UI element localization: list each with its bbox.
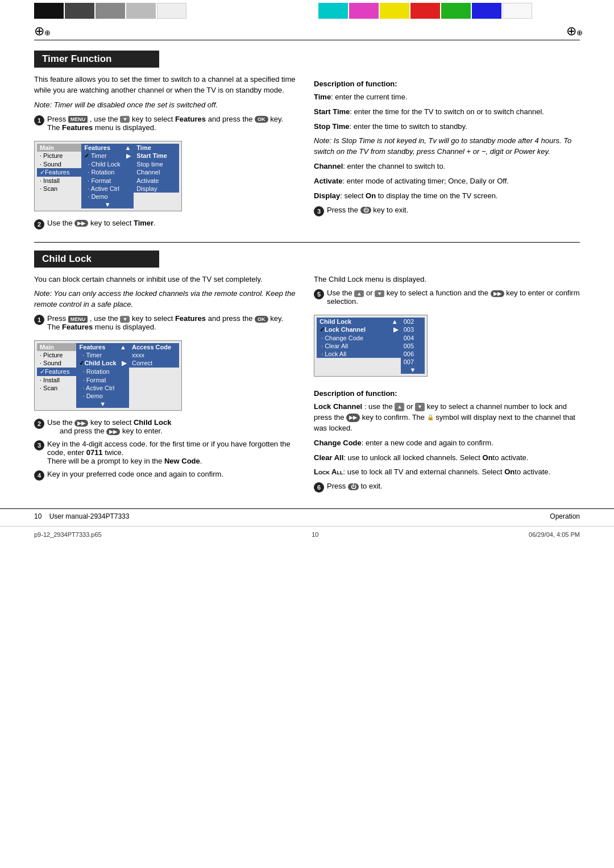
footer-manual: User manual-2934PT7333: [49, 512, 130, 520]
cl-down-arrow-icon: ▼: [120, 316, 130, 323]
cl-step1-keyto: key to select: [132, 314, 175, 323]
cl-lockall-on: On: [504, 468, 515, 476]
timer-step2-dot: .: [154, 219, 156, 227]
cl-down-icon: ▼: [375, 290, 384, 297]
ok-icon: OK: [255, 116, 268, 123]
timer-note: Note: Timer will be disabled once the se…: [34, 100, 300, 111]
timer-stoptime-label: Stop Time: [314, 122, 350, 131]
cl-clearall-on: On: [483, 453, 493, 462]
timer-step2-use: Use the: [47, 219, 73, 227]
cl-menu-icon: MENU: [68, 316, 88, 323]
footer-section: Operation: [550, 512, 580, 520]
cl-sub-down: ▼: [401, 366, 425, 374]
color-swatch-magenta: [349, 3, 379, 19]
color-swatch-gray: [96, 3, 125, 19]
top-bar-right: [307, 0, 614, 22]
timer-step1-key: key.: [270, 115, 283, 123]
timer-step2-timer: Timer: [134, 219, 154, 227]
cl-menu-empty1: [129, 368, 179, 376]
cl-step6-content: Press ⏻ to exit.: [327, 482, 580, 490]
cl-menu-empty6: [37, 400, 76, 408]
cl-menu-rotation: · Rotation: [76, 368, 129, 376]
menu-rotation: · Rotation: [81, 168, 134, 177]
crosshair-left: ⊕: [34, 24, 48, 37]
cl-step3-text: Key in the 4-digit access code. for the …: [47, 440, 291, 457]
footer: 10 User manual-2934PT7333 Operation: [0, 508, 614, 524]
crosshair-right: ⊕: [566, 24, 580, 37]
menu-features-selected: ✓Features: [37, 168, 81, 177]
cl-step2-keyto: key to select: [90, 418, 134, 427]
cl-sub-lockall: · Lock All: [317, 350, 401, 358]
menu-childlock: · Child Lock: [81, 160, 134, 168]
cl-menu-sound: · Sound: [37, 359, 76, 368]
child-lock-col-right: The Child Lock menu is displayed. 5 Use …: [314, 274, 580, 498]
cl-step3-dot: .: [200, 457, 202, 465]
cl-clearall-label: Clear All: [314, 453, 343, 462]
child-lock-col-left: You can block certain channels or inhibi…: [34, 274, 300, 498]
timer-desc-note: Note: Is Stop Time is not keyed in, Tv w…: [314, 136, 580, 157]
timer-step1-andpress: and press the: [208, 115, 255, 123]
timer-intro: This feature allows you to set the timer…: [34, 74, 300, 96]
menu-activectrl: · Active Ctrl: [81, 185, 134, 193]
step2-circle: 2: [34, 219, 44, 229]
cl-menu-childlock-selected: ✓Child Lock ▶: [76, 359, 129, 368]
cl-step2-childlock: Child Lock: [134, 418, 171, 427]
timer-step3-exit: key to exit.: [373, 206, 408, 214]
timer-desc-channel: Channel: enter the channel to switch to.: [314, 161, 580, 172]
color-swatch-white2: [503, 3, 532, 19]
menu-features-header: Features ▲: [81, 144, 134, 152]
menu-icon: MENU: [68, 116, 88, 123]
menu-stoptime: Stop time: [134, 160, 179, 168]
timer-step2: 2 Use the ▶▶ key to select Timer.: [34, 219, 300, 229]
cl-menu-scan: · Scan: [37, 384, 76, 392]
cl-changecode-label: Change Code: [314, 439, 362, 447]
timer-step2-content: Use the ▶▶ key to select Timer.: [47, 219, 300, 227]
timer-activate-label: Activate: [314, 177, 343, 185]
timer-heading: Timer Function: [34, 51, 159, 68]
menu-display: Display: [134, 185, 179, 193]
cl-step4-content: Key in your preferred code once and agai…: [47, 470, 300, 478]
menu-sound: · Sound: [37, 160, 81, 168]
cl-step1-press: Press: [47, 314, 66, 323]
bottom-info: p9-12_2934PT7333.p65 10 06/29/04, 4:05 P…: [0, 526, 614, 542]
cl-desc-heading: Description of function:: [314, 389, 580, 399]
bottom-date: 06/29/04, 4:05 PM: [529, 531, 580, 538]
cl-lc-down: ▼: [415, 403, 425, 411]
cl-step1-the: The: [47, 323, 62, 331]
cl-step1-content: Press MENU , use the ▼ key to select Fea…: [47, 314, 300, 331]
menu-demo: · Demo: [81, 193, 134, 201]
cl-lc-ok: ▶▶: [346, 414, 360, 422]
timer-starttime-label: Start Time: [314, 107, 350, 116]
timer-display-on: On: [366, 191, 376, 200]
cl-ok-icon: OK: [255, 316, 268, 323]
cl-clearall-text: : use to unlock all locked channels. Sel…: [343, 453, 480, 462]
cl-menu-access-header: Access Code: [129, 343, 179, 351]
cl-menu-picture: · Picture: [37, 351, 76, 359]
color-swatch-yellow: [380, 3, 409, 19]
timer-desc-activate: Activate: enter mode of activating timer…: [314, 176, 580, 187]
timer-step3-press: Press the: [327, 206, 358, 214]
cl-step2-enter: key to enter.: [122, 427, 163, 435]
timer-step3-content: Press the ⏻ key to exit.: [327, 206, 580, 214]
cl-desc-changecode: Change Code: enter a new code and again …: [314, 438, 580, 449]
section-divider: [34, 242, 580, 243]
timer-menu-screenshot: Main Features ▲ Time · Picture ✓ Timer ▶…: [34, 141, 182, 211]
cl-menu-correct: Correct: [129, 359, 179, 368]
menu-empty: [37, 193, 81, 201]
cl-step4-circle: 4: [34, 470, 44, 481]
cl-desc-lockchannel: Lock Channel : use the ▲ or ▼ key to sel…: [314, 402, 580, 434]
cl-sub-empty2: [317, 366, 401, 374]
cl-menu-down: ▼: [76, 400, 129, 408]
cl-lockall-label: Lock All: [314, 468, 343, 476]
bottom-filename: p9-12_2934PT7333.p65: [34, 531, 102, 538]
cl-desc-clearall: Clear All: use to unlock all locked chan…: [314, 453, 580, 464]
menu-format: · Format: [81, 177, 134, 185]
cl-step3-newcode: New Code: [164, 457, 200, 465]
timer-step1-use: , use the: [90, 115, 120, 123]
child-lock-step1: 1 Press MENU , use the ▼ key to select F…: [34, 314, 300, 331]
cl-step1-features2: Features: [62, 323, 93, 331]
cl-step3-content: Key in the 4-digit access code. for the …: [47, 440, 300, 465]
timer-step1: 1 Press MENU , use the ▼ key to select F…: [34, 115, 300, 132]
down-arrow-icon: ▼: [120, 116, 130, 123]
child-lock-step6: 6 Press ⏻ to exit.: [314, 482, 580, 493]
